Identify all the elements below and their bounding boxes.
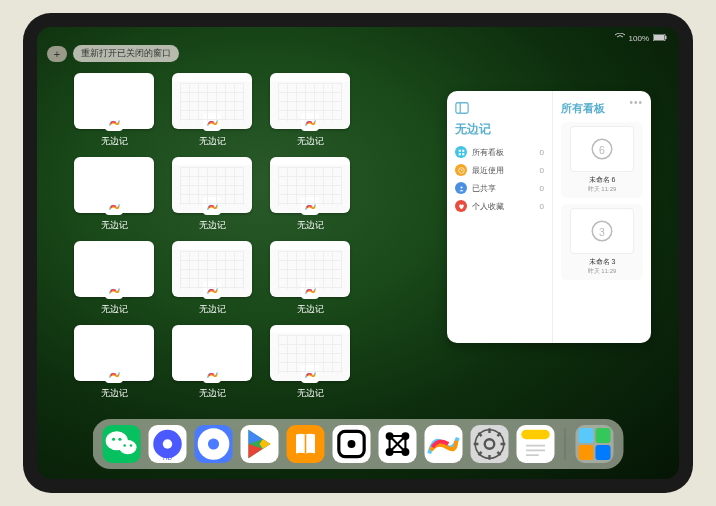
svg-point-20 [130, 444, 133, 447]
svg-rect-8 [462, 153, 464, 155]
battery-label: 100% [629, 34, 649, 43]
svg-point-29 [348, 440, 356, 448]
wifi-icon [615, 33, 625, 43]
window-thumbnail[interactable] [172, 241, 252, 297]
dock-separator [565, 428, 566, 460]
category-label: 最近使用 [472, 165, 504, 176]
app-window[interactable]: 无边记 [269, 73, 351, 151]
window-label: 无边记 [297, 303, 324, 316]
dock-quark-hd-icon[interactable]: HD [149, 425, 187, 463]
category-count: 0 [540, 148, 544, 157]
freeform-icon [301, 113, 319, 131]
window-thumbnail[interactable] [74, 157, 154, 213]
board-date: 昨天 11:29 [588, 267, 617, 276]
freeform-icon [203, 113, 221, 131]
board-label: 未命名 3 [589, 257, 616, 267]
window-label: 无边记 [297, 387, 324, 400]
window-label: 无边记 [199, 135, 226, 148]
app-window[interactable]: 无边记 [73, 157, 155, 235]
window-thumbnail[interactable] [172, 157, 252, 213]
window-thumbnail[interactable] [270, 325, 350, 381]
app-window[interactable]: 无边记 [73, 325, 155, 403]
battery-icon [653, 34, 667, 43]
status-bar: 100% [37, 31, 679, 45]
people-icon [455, 182, 467, 194]
clock-icon [455, 164, 467, 176]
category-grid[interactable]: 所有看板0 [455, 146, 544, 158]
dock-play-icon[interactable] [241, 425, 279, 463]
window-label: 无边记 [199, 387, 226, 400]
window-thumbnail[interactable] [74, 325, 154, 381]
window-thumbnail[interactable] [270, 241, 350, 297]
app-window[interactable]: 无边记 [171, 73, 253, 151]
board-card[interactable]: 3未命名 3昨天 11:29 [561, 204, 643, 280]
panel-content: 所有看板 6未命名 6昨天 11:293未命名 3昨天 11:29 [553, 91, 651, 343]
mini-app-icon [596, 428, 611, 443]
dock-graph-icon[interactable] [379, 425, 417, 463]
category-label: 所有看板 [472, 147, 504, 158]
window-label: 无边记 [101, 303, 128, 316]
category-heart[interactable]: 个人收藏0 [455, 200, 544, 212]
board-label: 未命名 6 [589, 175, 616, 185]
reopen-closed-button[interactable]: 重新打开已关闭的窗口 [73, 45, 179, 62]
svg-text:3: 3 [599, 226, 605, 238]
app-window[interactable]: 无边记 [73, 73, 155, 151]
svg-point-10 [460, 186, 462, 188]
svg-rect-6 [462, 149, 464, 151]
window-thumbnail[interactable] [270, 73, 350, 129]
dock-freeform-icon[interactable] [425, 425, 463, 463]
window-label: 无边记 [199, 303, 226, 316]
svg-point-17 [112, 438, 115, 441]
window-thumbnail[interactable] [172, 73, 252, 129]
freeform-icon [203, 281, 221, 299]
dock-quark-icon[interactable] [195, 425, 233, 463]
category-count: 0 [540, 166, 544, 175]
dock-dice-icon[interactable] [333, 425, 371, 463]
window-label: 无边记 [101, 219, 128, 232]
panel-sidebar: 无边记 所有看板0最近使用0已共享0个人收藏0 [447, 91, 553, 343]
freeform-icon [105, 113, 123, 131]
app-window[interactable]: 无边记 [171, 325, 253, 403]
svg-point-18 [118, 438, 121, 441]
category-people[interactable]: 已共享0 [455, 182, 544, 194]
app-window[interactable]: 无边记 [269, 325, 351, 403]
board-card[interactable]: 6未命名 6昨天 11:29 [561, 122, 643, 198]
svg-point-16 [119, 440, 136, 454]
dock-notes-icon[interactable] [517, 425, 555, 463]
dock-recent-group[interactable] [576, 425, 614, 463]
dock-wechat-icon[interactable] [103, 425, 141, 463]
freeform-icon [301, 281, 319, 299]
sidebar-toggle-icon[interactable] [455, 101, 469, 115]
window-thumbnail[interactable] [270, 157, 350, 213]
dock-books-icon[interactable] [287, 425, 325, 463]
drag-handle-icon[interactable]: ••• [629, 97, 643, 108]
dock-settings-icon[interactable] [471, 425, 509, 463]
category-count: 0 [540, 184, 544, 193]
window-thumbnail[interactable] [74, 241, 154, 297]
heart-icon [455, 200, 467, 212]
svg-point-35 [485, 439, 495, 449]
window-label: 无边记 [297, 219, 324, 232]
mini-app-icon [596, 445, 611, 460]
app-window[interactable]: 无边记 [269, 241, 351, 319]
mini-app-icon [579, 428, 594, 443]
app-window[interactable]: 无边记 [171, 157, 253, 235]
category-count: 0 [540, 202, 544, 211]
svg-rect-3 [456, 103, 468, 114]
window-label: 无边记 [297, 135, 324, 148]
svg-point-22 [163, 439, 173, 449]
category-label: 已共享 [472, 183, 496, 194]
window-label: 无边记 [101, 135, 128, 148]
svg-text:6: 6 [599, 144, 605, 156]
category-clock[interactable]: 最近使用0 [455, 164, 544, 176]
app-window[interactable]: 无边记 [269, 157, 351, 235]
window-thumbnail[interactable] [172, 325, 252, 381]
window-thumbnail[interactable] [74, 73, 154, 129]
app-window[interactable]: 无边记 [73, 241, 155, 319]
new-window-button[interactable]: + [47, 46, 67, 62]
top-bar: + 重新打开已关闭的窗口 [47, 45, 179, 62]
app-switcher-grid: 无边记无边记无边记无边记无边记无边记无边记无边记无边记无边记无边记无边记 [73, 73, 449, 403]
app-window[interactable]: 无边记 [171, 241, 253, 319]
board-thumbnail: 3 [570, 208, 634, 254]
board-date: 昨天 11:29 [588, 185, 617, 194]
